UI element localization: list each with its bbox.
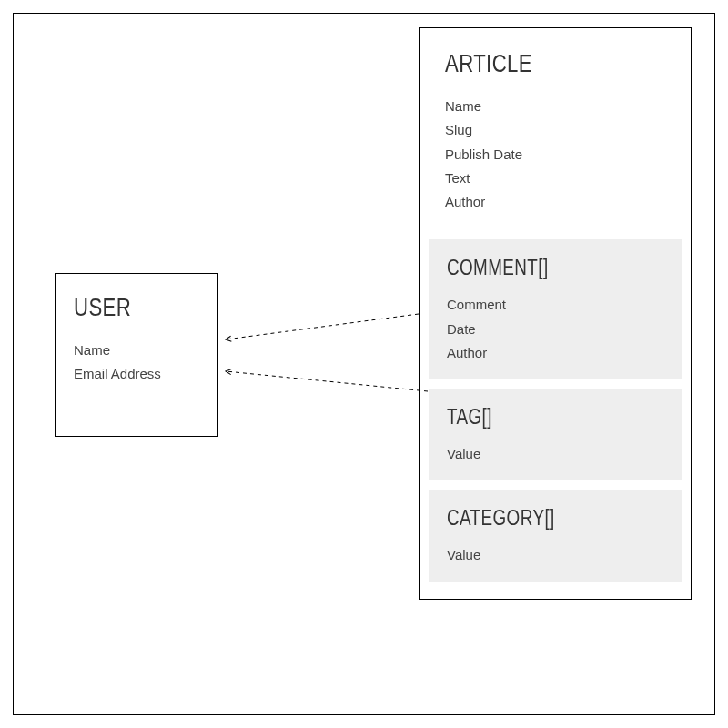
entity-tag-title: TAG[]	[447, 405, 624, 430]
entity-comment: COMMENT[] Comment Date Author	[429, 239, 682, 379]
entity-comment-fields: Comment Date Author	[447, 293, 663, 365]
entity-article: ARTICLE Name Slug Publish Date Text Auth…	[419, 27, 692, 600]
entity-article-fields: Name Slug Publish Date Text Author	[445, 95, 665, 214]
field-item: Value	[447, 442, 663, 466]
entity-tag: TAG[] Value	[429, 389, 682, 480]
field-item: Comment	[447, 293, 663, 317]
field-item: Name	[445, 95, 665, 118]
field-item: Author	[447, 341, 663, 365]
field-item: Email Address	[74, 362, 199, 386]
entity-user: USER Name Email Address	[55, 273, 218, 437]
entity-user-title: USER	[74, 294, 177, 322]
entity-tag-fields: Value	[447, 442, 663, 466]
field-item: Text	[445, 167, 665, 190]
field-item: Date	[447, 318, 663, 341]
entity-article-main: ARTICLE Name Slug Publish Date Text Auth…	[420, 28, 691, 230]
field-item: Slug	[445, 118, 665, 142]
field-item: Value	[447, 543, 663, 567]
field-item: Name	[74, 339, 199, 362]
entity-article-title: ARTICLE	[445, 50, 625, 78]
field-item: Publish Date	[445, 143, 665, 167]
entity-comment-title: COMMENT[]	[447, 256, 624, 280]
entity-category-fields: Value	[447, 543, 663, 567]
entity-category: CATEGORY[] Value	[429, 490, 682, 581]
entity-category-title: CATEGORY[]	[447, 506, 624, 531]
field-item: Author	[445, 190, 665, 214]
entity-user-fields: Name Email Address	[74, 339, 199, 387]
